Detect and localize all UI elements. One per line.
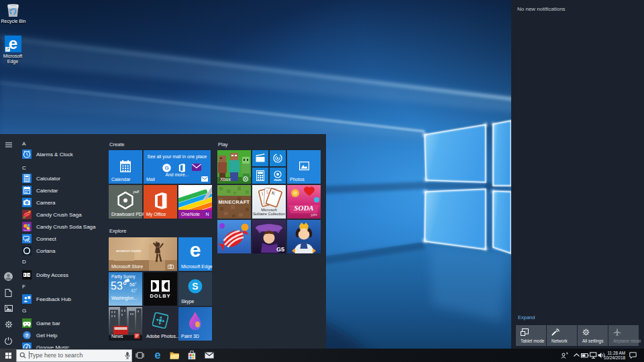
svg-text:S: S <box>192 281 198 292</box>
svg-text:G: G <box>164 165 168 171</box>
svg-text:SODA: SODA <box>294 204 313 212</box>
svg-text:100s: 100s <box>311 213 318 217</box>
svg-text:?: ? <box>25 333 29 339</box>
svg-text:amazon music: amazon music <box>116 249 141 253</box>
svg-text:MINECRAFT: MINECRAFT <box>219 199 250 205</box>
svg-text:N: N <box>205 212 209 217</box>
svg-text:G5: G5 <box>276 246 284 253</box>
